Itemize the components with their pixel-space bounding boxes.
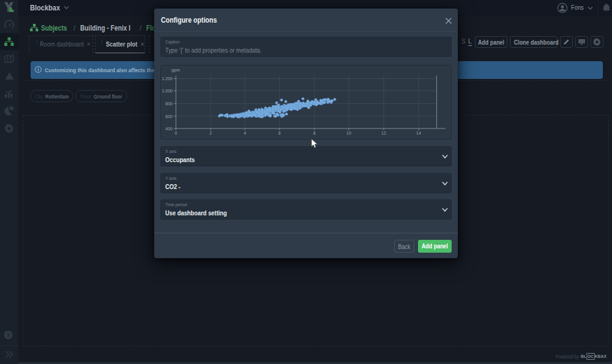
svg-text:12: 12 <box>381 131 386 135</box>
svg-text:4: 4 <box>244 131 246 135</box>
svg-text:0: 0 <box>175 131 177 135</box>
svg-text:1.000: 1.000 <box>162 89 173 93</box>
svg-text:400: 400 <box>165 127 173 131</box>
svg-text:14: 14 <box>416 131 421 135</box>
svg-text:600: 600 <box>165 114 173 119</box>
svg-text:800: 800 <box>165 102 173 106</box>
svg-text:?: ? <box>7 332 10 338</box>
svg-text:10: 10 <box>346 131 351 135</box>
svg-text:8: 8 <box>313 131 316 135</box>
svg-text:6: 6 <box>278 131 281 135</box>
svg-text:1.200: 1.200 <box>162 76 173 81</box>
svg-text:2: 2 <box>209 131 212 135</box>
svg-text:ppm: ppm <box>171 68 180 73</box>
